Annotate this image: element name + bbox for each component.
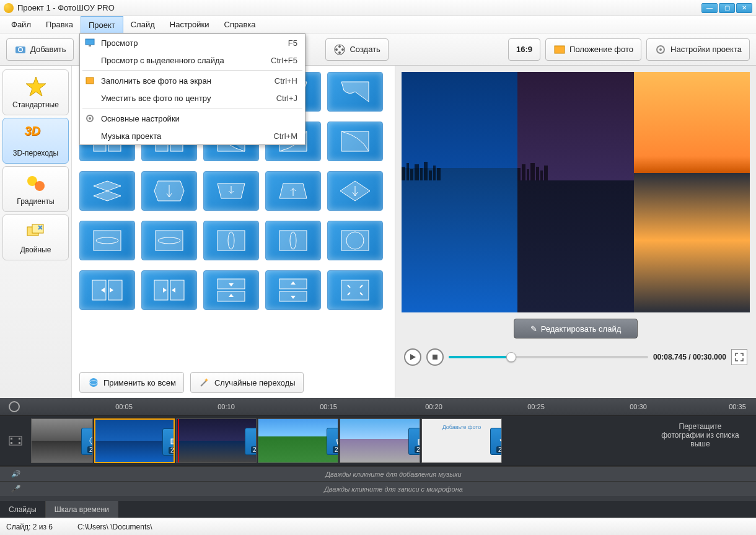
menu-file[interactable]: Файл xyxy=(4,16,38,33)
add-button[interactable]: Добавить xyxy=(6,38,74,61)
transition-thumb[interactable] xyxy=(141,270,197,310)
pencil-icon: ✎ xyxy=(530,324,537,334)
music-track[interactable]: 🔊 Дважды кликните для добавления музыки xyxy=(0,466,756,481)
transition-thumb[interactable] xyxy=(327,270,383,310)
speaker-icon: 🔊 xyxy=(0,470,31,478)
timeline-slide[interactable]: 2.0 xyxy=(258,418,338,463)
svg-marker-16 xyxy=(26,77,46,96)
svg-rect-34 xyxy=(94,231,121,250)
playback-slider[interactable] xyxy=(449,356,648,358)
menu-project[interactable]: Проект xyxy=(81,16,123,33)
transition-chip[interactable]: 2.0 xyxy=(490,428,502,455)
category-gradients[interactable]: Градиенты xyxy=(2,166,69,212)
menu-slide[interactable]: Слайд xyxy=(123,16,162,33)
drop-hint: Перетащите фотографии из списка выше xyxy=(657,422,744,448)
svg-marker-28 xyxy=(94,181,121,191)
timeline-slide[interactable]: 2.0 xyxy=(31,418,93,463)
category-sidebar: Стандартные 3D 3D-переходы Градиенты Дво… xyxy=(0,66,72,398)
preview-panel: ✎ Редактировать слайд 00:08.745 / 00:30.… xyxy=(395,66,756,398)
menu-fill-all[interactable]: Заполнить все фото на экран Ctrl+H xyxy=(80,72,305,89)
aspect-ratio-button[interactable]: 16:9 xyxy=(508,38,540,61)
transition-thumb[interactable] xyxy=(79,221,135,260)
svg-marker-65 xyxy=(336,440,338,444)
reel-icon xyxy=(333,43,346,56)
maximize-button[interactable]: ▢ xyxy=(719,3,735,13)
monitor-icon xyxy=(85,38,95,48)
transition-thumb[interactable] xyxy=(265,171,321,211)
timeline-slide[interactable]: 2.0 xyxy=(94,418,175,463)
transition-chip[interactable]: 2.0 xyxy=(245,428,257,455)
svg-rect-1 xyxy=(89,45,91,46)
svg-rect-63 xyxy=(171,439,175,444)
random-transitions-button[interactable]: Случайные переходы xyxy=(190,372,304,393)
menu-separator xyxy=(82,70,302,71)
transition-thumb[interactable] xyxy=(141,171,197,211)
menu-preview[interactable]: Просмотр F5 xyxy=(80,34,305,51)
timeline-slide[interactable]: Добавьте фото 2.0 xyxy=(421,418,502,463)
mic-icon: 🎤 xyxy=(0,485,31,493)
svg-point-4 xyxy=(89,117,91,120)
play-button[interactable] xyxy=(404,348,421,366)
category-double[interactable]: Двойные xyxy=(2,214,69,260)
transition-thumb[interactable] xyxy=(327,171,383,211)
create-button[interactable]: Создать xyxy=(325,38,388,61)
stop-button[interactable] xyxy=(426,348,444,366)
transition-chip[interactable]: 2.0 xyxy=(327,428,338,455)
category-standard[interactable]: Стандартные xyxy=(2,69,69,115)
photo-position-button[interactable]: Положение фото xyxy=(545,38,641,61)
menu-edit[interactable]: Правка xyxy=(38,16,81,33)
svg-rect-42 xyxy=(341,231,369,250)
svg-rect-0 xyxy=(86,39,94,45)
mic-track[interactable]: 🎤 Дважды кликните для записи с микрофона xyxy=(0,481,756,496)
svg-point-18 xyxy=(35,181,45,191)
svg-rect-40 xyxy=(279,231,307,250)
transition-thumb[interactable] xyxy=(265,221,321,260)
preview-canvas xyxy=(402,72,750,312)
menu-settings[interactable]: Настройки xyxy=(162,16,217,33)
menu-main-settings[interactable]: Основные настройки xyxy=(80,110,305,127)
transition-chip[interactable]: 2.0 xyxy=(162,428,175,456)
timeline-tabs: Слайды Шкала времени xyxy=(0,501,756,518)
transition-thumb[interactable] xyxy=(203,270,259,310)
transition-chip[interactable]: 2.0 xyxy=(408,428,420,455)
tab-slides[interactable]: Слайды xyxy=(0,501,46,518)
timeline-slide[interactable]: 2.0 xyxy=(340,418,420,463)
transition-thumb[interactable] xyxy=(79,270,135,310)
svg-rect-38 xyxy=(218,231,245,250)
minimize-button[interactable]: — xyxy=(701,3,718,13)
timeline-ruler[interactable]: 00:05 00:10 00:15 00:20 00:25 00:30 00:3… xyxy=(0,398,756,415)
menu-separator xyxy=(82,108,302,108)
fullscreen-button[interactable] xyxy=(731,349,747,365)
svg-marker-55 xyxy=(410,354,416,360)
camera-icon xyxy=(14,43,27,56)
playhead[interactable] xyxy=(178,418,179,463)
transition-chip[interactable]: 2.0 xyxy=(81,428,93,455)
edit-slide-button[interactable]: ✎ Редактировать слайд xyxy=(514,319,638,338)
menu-preview-from-selected[interactable]: Просмотр с выделенного слайда Ctrl+F5 xyxy=(80,51,305,69)
transition-thumb[interactable] xyxy=(141,221,197,260)
transition-thumb[interactable] xyxy=(327,221,383,260)
svg-rect-59 xyxy=(11,442,12,444)
close-button[interactable]: ✕ xyxy=(736,3,752,13)
menu-project-music[interactable]: Музыка проекта Ctrl+M xyxy=(80,127,305,144)
svg-rect-61 xyxy=(19,442,20,444)
title-bar: Проект 1 - ФотоШОУ PRO — ▢ ✕ xyxy=(0,0,756,16)
project-settings-button[interactable]: Настройки проекта xyxy=(646,38,750,61)
menu-help[interactable]: Справка xyxy=(217,16,263,33)
transition-thumb[interactable] xyxy=(203,221,259,260)
svg-point-11 xyxy=(338,51,341,54)
transition-thumb[interactable] xyxy=(79,171,135,211)
tab-timeline[interactable]: Шкала времени xyxy=(46,501,118,518)
double-icon xyxy=(25,221,47,243)
transition-thumb[interactable] xyxy=(265,270,321,310)
svg-rect-56 xyxy=(433,355,437,360)
transition-thumb[interactable] xyxy=(203,171,259,211)
apply-all-button[interactable]: Применить ко всем xyxy=(79,372,184,393)
transition-thumb[interactable] xyxy=(327,122,383,161)
menu-center-all[interactable]: Уместить все фото по центру Ctrl+J xyxy=(80,89,305,107)
video-track[interactable]: 2.0 2.0 2.0 2.0 2.0 Добавьте фото 2.0 Пе… xyxy=(0,415,756,466)
playback-time: 00:08.745 / 00:30.000 xyxy=(653,353,726,361)
timeline-slide[interactable]: 2.0 xyxy=(176,418,257,463)
transition-thumb[interactable] xyxy=(327,72,383,112)
category-3d[interactable]: 3D 3D-переходы xyxy=(2,118,69,164)
